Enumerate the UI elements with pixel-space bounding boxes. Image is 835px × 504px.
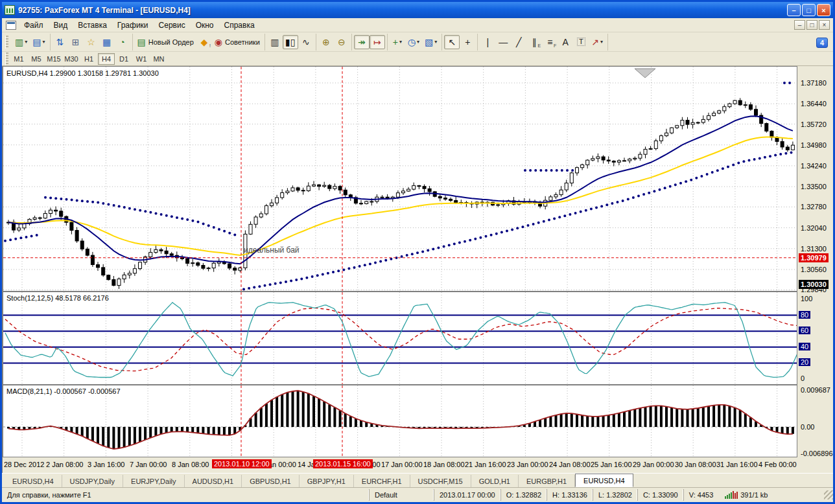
dropdown-caret-icon: ▾ (600, 39, 603, 45)
chart-tab-5[interactable]: GBPJPY,H1 (300, 475, 354, 487)
price-tick: 1.32040 (801, 224, 827, 232)
child-close-button[interactable]: × (819, 20, 830, 30)
zoom-out-button[interactable]: ⊖ (334, 35, 349, 49)
minimize-button[interactable]: – (787, 4, 801, 16)
crosshair-price-label: 1.30979 (799, 253, 829, 262)
macd-panel[interactable]: MACD(8,21,1) -0.000567 -0.000567 (3, 385, 797, 457)
date-label: 30 Jan 08:00 (675, 461, 716, 468)
stoch-scale-40: 40 (799, 343, 810, 350)
timeframe-h4[interactable]: H4 (98, 53, 115, 65)
date-label: 24 Jan 08:00 (549, 461, 591, 468)
templates-button[interactable]: ▧▾ (422, 35, 440, 49)
menu-bar: ФайлВидВставкаГрафикиСервисОкноСправка –… (2, 18, 833, 32)
text-label-button[interactable]: T (573, 35, 589, 49)
arrows-button[interactable]: ↗▾ (589, 35, 606, 49)
menu-item-1[interactable]: Вид (49, 19, 73, 32)
timeframe-d1[interactable]: D1 (115, 53, 132, 65)
zoom-in-button[interactable]: ⊕ (318, 35, 334, 49)
timeframe-m15[interactable]: M15 (45, 53, 62, 65)
timeframe-m5[interactable]: M5 (28, 53, 45, 65)
tfbar-grip[interactable] (5, 52, 8, 65)
text-button[interactable]: A (558, 35, 573, 49)
expert-advisors-icon: ◉ (215, 38, 222, 47)
resize-grip[interactable] (824, 490, 833, 499)
vertical-line-button[interactable]: | (480, 35, 495, 49)
chart-tab-1[interactable]: USDJPY,Daily (62, 475, 124, 487)
fibonacci-icon: ≡ (547, 38, 552, 47)
navigator-button[interactable]: ☆ (84, 35, 99, 49)
chart-shift-button[interactable]: ↦ (370, 35, 385, 49)
timeframe-m1[interactable]: M1 (10, 53, 27, 65)
periods-button[interactable]: ◷▾ (405, 35, 422, 49)
line-chart-mode-button[interactable]: ∿ (298, 35, 314, 49)
indicators-button[interactable]: +▾ (390, 35, 405, 49)
stoch-scale-100: 100 (801, 295, 812, 303)
price-tick: 1.35720 (801, 120, 827, 128)
menu-item-6[interactable]: Справка (219, 19, 260, 32)
candlestick-mode-button[interactable]: ▮▯ (283, 35, 298, 49)
menu-item-0[interactable]: Файл (19, 19, 49, 32)
chart-tab-6[interactable]: EURCHF,H1 (354, 475, 410, 487)
strategy-tester-button[interactable]: ◔ (115, 35, 130, 49)
indicators-icon: + (393, 38, 398, 47)
menu-item-5[interactable]: Окно (191, 19, 219, 32)
child-minimize-button[interactable]: – (794, 20, 805, 30)
equidistant-channel-button[interactable]: ∥E (526, 35, 542, 49)
timeframe-h1[interactable]: H1 (80, 53, 97, 65)
dropdown-caret-icon: ▾ (399, 39, 402, 45)
status-low: L: 1.32802 (593, 489, 637, 501)
date-label: 7 Jan 00:00 (130, 461, 167, 468)
date-label: 2 Jan 08:00 (46, 461, 84, 468)
status-profile[interactable]: Default (369, 489, 434, 501)
crosshair-date-label: 2013.01.10 12:00 (212, 459, 272, 468)
new-order-button[interactable]: ▤Новый Ордер (135, 35, 196, 49)
chart-tab-2[interactable]: EURJPY,Daily (123, 475, 185, 487)
fibonacci-button[interactable]: ≡F (542, 35, 558, 49)
timeframe-m30[interactable]: M30 (63, 53, 80, 65)
menu-item-2[interactable]: Вставка (73, 19, 112, 32)
price-chart[interactable]: идеальный байEURUSD,H4 1.29900 1.30158 1… (3, 66, 797, 292)
restore-button[interactable]: □ (802, 4, 816, 16)
chart-tab-3[interactable]: AUDUSD,H1 (185, 475, 242, 487)
date-label: 28 Dec 2012 (4, 461, 44, 468)
bar-chart-mode-button[interactable]: ▥ (267, 35, 283, 49)
timeframe-mn[interactable]: MN (150, 53, 167, 65)
chart-tab-7[interactable]: USDCHF,M15 (410, 475, 471, 487)
stoch-scale-60: 60 (799, 326, 810, 334)
market-watch-icon: ⇅ (56, 38, 64, 47)
horizontal-line-button[interactable]: — (495, 35, 511, 49)
data-window-button[interactable]: ⊞ (68, 35, 84, 49)
market-watch-button[interactable]: ⇅ (53, 35, 68, 49)
chart-area: идеальный байEURUSD,H4 1.29900 1.30158 1… (2, 66, 833, 473)
auto-scroll-button[interactable]: ↠ (354, 35, 370, 49)
timeframe-w1[interactable]: W1 (133, 53, 150, 65)
stochastic-panel[interactable]: Stoch(12,12,5) 48.5178 66.2176 (3, 292, 797, 385)
notifications-badge[interactable]: 4 (816, 38, 828, 48)
vertical-line-icon: | (486, 38, 489, 47)
menu-item-3[interactable]: Графики (112, 19, 154, 32)
alerts-icon: ◆ (200, 38, 207, 47)
toolbar-grip[interactable] (5, 36, 8, 49)
chart-tab-8[interactable]: GOLD,H1 (471, 475, 519, 487)
date-label: 25 Jan 16:00 (591, 461, 632, 468)
menu-item-4[interactable]: Сервис (154, 19, 191, 32)
crosshair-button[interactable]: + (460, 35, 475, 49)
date-label: 8 Jan 08:00 (172, 461, 209, 468)
dropdown-caret-icon: ▾ (417, 39, 419, 45)
chart-tab-10[interactable]: EURUSD,H4 (575, 474, 633, 487)
chart-tab-9[interactable]: EURGBP,H1 (519, 475, 575, 487)
price-tick: 1.34240 (801, 162, 827, 170)
child-restore-button[interactable]: □ (806, 20, 817, 30)
trendline-button[interactable]: ╱ (511, 35, 526, 49)
cursor-button[interactable]: ↖ (444, 35, 460, 49)
terminal-button[interactable]: ▦ (99, 35, 115, 49)
new-chart-button[interactable]: ▥▾ (12, 35, 30, 49)
close-button[interactable]: × (817, 4, 830, 16)
text-icon: A (563, 38, 569, 47)
chart-window-icon[interactable] (6, 21, 16, 30)
expert-advisors-button[interactable]: ◉Советники (212, 35, 263, 49)
alerts-button[interactable]: ◆! (196, 35, 212, 49)
profiles-button[interactable]: ▤▾ (30, 35, 47, 49)
chart-tab-4[interactable]: GBPUSD,H1 (242, 475, 300, 487)
chart-tab-0[interactable]: EURUSD,H4 (5, 475, 62, 487)
